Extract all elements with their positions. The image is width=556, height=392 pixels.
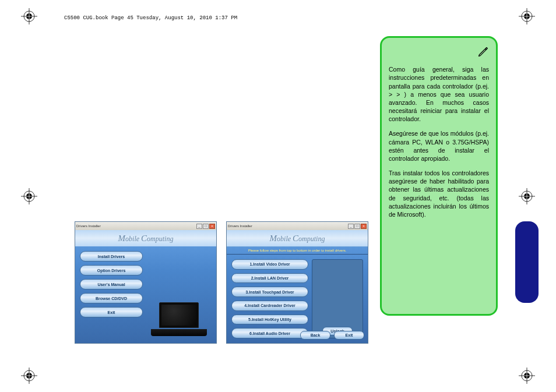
drivers-installer-main: Drivers Installer _ □ × Mobile Computing… bbox=[75, 221, 217, 344]
detail-pane: Unlock bbox=[312, 259, 363, 338]
maximize-icon[interactable]: □ bbox=[354, 224, 360, 229]
driver-list: 1.Install Video Driver 2.Install LAN Dri… bbox=[231, 259, 308, 338]
brand-band: Mobile Computing bbox=[227, 230, 368, 246]
note-box: Como guía general, siga las instruccione… bbox=[380, 36, 498, 316]
minimize-icon[interactable]: _ bbox=[348, 224, 354, 229]
instruction-text: Please follow steps from top to bottom i… bbox=[227, 246, 368, 255]
window-titlebar: Drivers Installer _ □ × bbox=[75, 222, 216, 230]
option-drivers-button[interactable]: Option Drivers bbox=[80, 265, 143, 276]
maximize-icon[interactable]: □ bbox=[203, 224, 209, 229]
install-audio-driver-button[interactable]: 6.Install Audio Driver bbox=[231, 328, 308, 338]
window-titlebar: Drivers Installer _ □ × bbox=[227, 222, 368, 230]
crop-mark-icon bbox=[519, 8, 535, 24]
side-tab bbox=[515, 221, 539, 303]
screenshots-row: Drivers Installer _ □ × Mobile Computing… bbox=[75, 221, 368, 344]
laptop-icon bbox=[151, 302, 207, 336]
close-icon[interactable]: × bbox=[361, 224, 367, 229]
menu-buttons: Install Drivers Option Drivers User's Ma… bbox=[80, 251, 143, 338]
window-title: Drivers Installer bbox=[76, 224, 101, 228]
crop-mark-icon bbox=[519, 368, 535, 384]
users-manual-button[interactable]: User's Manual bbox=[80, 279, 143, 289]
crop-mark-icon bbox=[21, 8, 37, 24]
page-header: C5500 CUG.book Page 45 Tuesday, August 1… bbox=[64, 15, 237, 21]
install-lan-driver-button[interactable]: 2.Install LAN Driver bbox=[231, 273, 308, 284]
brand-band: Mobile Computing bbox=[75, 230, 216, 246]
note-paragraph: Como guía general, siga las instruccione… bbox=[389, 65, 489, 123]
note-paragraph: Asegúrese de que los módulos (p.ej. cáma… bbox=[389, 129, 489, 163]
window-buttons: _ □ × bbox=[348, 224, 367, 229]
brand-text: Mobile Computing bbox=[270, 234, 325, 243]
install-video-driver-button[interactable]: 1.Install Video Driver bbox=[231, 259, 308, 270]
minimize-icon[interactable]: _ bbox=[196, 224, 202, 229]
note-paragraph: Tras instalar todos los controladores as… bbox=[389, 169, 489, 218]
crop-mark-icon bbox=[519, 188, 535, 204]
exit-button[interactable]: Exit bbox=[334, 331, 364, 340]
crop-mark-icon bbox=[21, 368, 37, 384]
preview-pane bbox=[146, 251, 212, 338]
drivers-installer-list: Drivers Installer _ □ × Mobile Computing… bbox=[226, 221, 368, 344]
exit-button[interactable]: Exit bbox=[80, 307, 143, 317]
crop-mark-icon bbox=[21, 188, 37, 204]
install-touchpad-driver-button[interactable]: 3.Install Touchpad Driver bbox=[231, 287, 308, 297]
window-buttons: _ □ × bbox=[196, 224, 215, 229]
install-drivers-button[interactable]: Install Drivers bbox=[80, 251, 143, 262]
window-title: Drivers Installer bbox=[228, 224, 252, 228]
body-area: Install Drivers Option Drivers User's Ma… bbox=[75, 246, 216, 343]
body-area: 1.Install Video Driver 2.Install LAN Dri… bbox=[227, 255, 368, 343]
back-button[interactable]: Back bbox=[300, 331, 330, 340]
browse-cd-dvd-button[interactable]: Browse CD/DVD bbox=[80, 293, 143, 303]
close-icon[interactable]: × bbox=[209, 224, 215, 229]
install-cardreader-driver-button[interactable]: 4.Install Cardreader Driver bbox=[231, 301, 308, 311]
pencil-icon bbox=[389, 46, 489, 59]
install-hotkey-utility-button[interactable]: 5.Install HotKey Utility bbox=[231, 315, 308, 325]
nav-buttons: Back Exit bbox=[300, 331, 364, 340]
brand-text: Mobile Computing bbox=[118, 234, 174, 243]
